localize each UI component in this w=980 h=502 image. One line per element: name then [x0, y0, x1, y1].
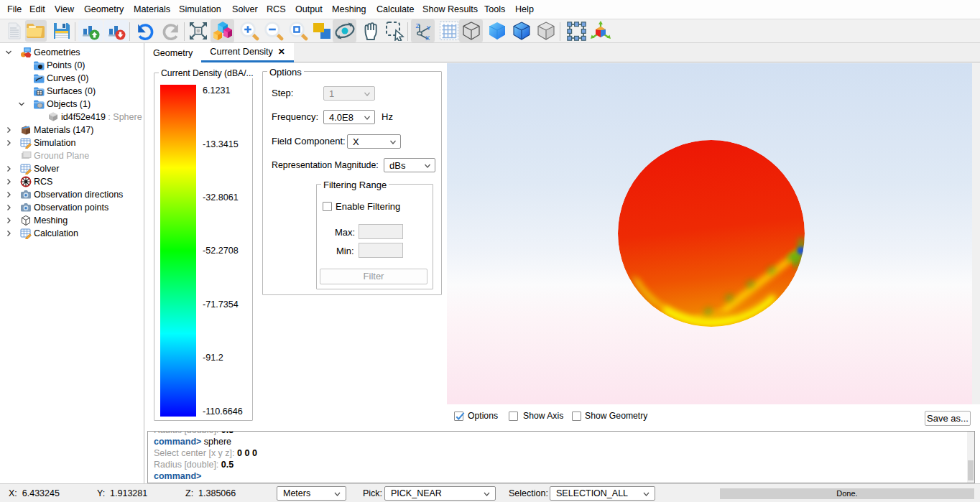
- svg-text:Z: Z: [415, 22, 420, 29]
- svg-text:Y: Y: [426, 24, 431, 32]
- svg-text:X: X: [425, 34, 430, 41]
